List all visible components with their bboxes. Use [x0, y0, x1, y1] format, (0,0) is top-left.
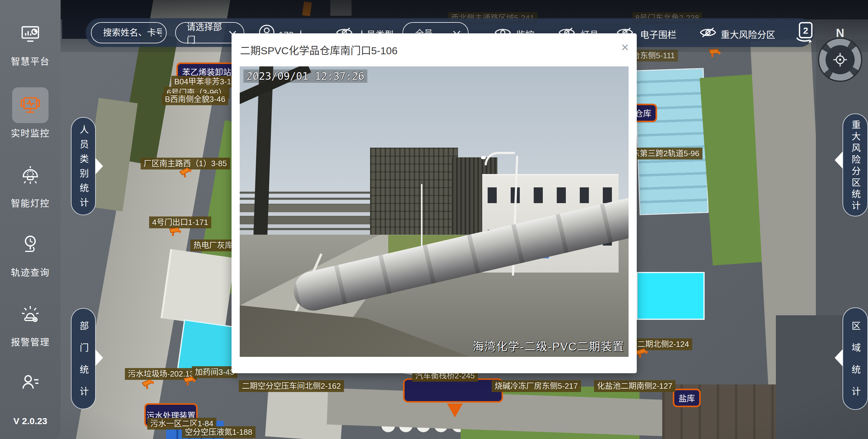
tab-expand-arrow-icon[interactable] — [95, 349, 103, 366]
sidebar-item-track-query[interactable] — [0, 234, 61, 257]
cctv-camera-icon[interactable] — [707, 47, 723, 60]
map-label[interactable]: B西南侧全貌3-46 — [162, 93, 228, 105]
toggle-risk-zone-label[interactable]: 重大风险分区 — [721, 27, 775, 40]
close-icon[interactable]: × — [621, 40, 629, 54]
compass-target-icon — [832, 51, 848, 68]
map-label[interactable]: 东第三跨2轨道5-96 — [629, 148, 703, 159]
alarm-icon — [20, 303, 41, 325]
dashboard-monitor-icon — [20, 24, 40, 43]
map-label[interactable]: 二期空分空压车间北侧2-162 — [239, 380, 344, 392]
cctv-camera-icon[interactable] — [635, 348, 649, 359]
sidebar: 智慧平台 实时监控 智能灯控 轨迹查询 — [0, 0, 61, 439]
sidebar-item-label[interactable]: 智能灯控 — [0, 196, 61, 209]
sidebar-item-realtime-monitor[interactable] — [12, 87, 49, 123]
cam-building-windows — [488, 187, 614, 203]
sidebar-item-smart-platform[interactable] — [0, 24, 61, 45]
sidebar-item-label[interactable]: 实时监控 — [0, 126, 61, 139]
search-input-wrap — [91, 22, 167, 43]
cctv-camera-icon[interactable] — [179, 166, 194, 180]
tab-area-stats[interactable]: 区域统计 — [842, 308, 868, 410]
modal-title: 二期SPVC化学品仓库南门口5-106 — [240, 42, 398, 57]
camera-timestamp: 2023/09/01 12:37:26 — [243, 69, 367, 83]
camera-modal: 二期SPVC化学品仓库南门口5-106 × 2023/09/01 12:37:2… — [231, 33, 637, 373]
smart-light-icon — [20, 165, 41, 187]
tab-expand-arrow-icon[interactable] — [95, 158, 103, 175]
realtime-monitor-icon — [20, 95, 41, 116]
map-label[interactable]: 4号门出口1-171 — [149, 216, 211, 228]
tab-major-risk-zone-stats[interactable]: 重大风险分区统计 — [842, 113, 868, 216]
search-input[interactable] — [92, 28, 166, 38]
compass-inner — [826, 45, 855, 74]
tab-expand-arrow-icon[interactable] — [835, 152, 842, 169]
map-label[interactable]: 化盐池二期南侧2-127 — [594, 380, 676, 392]
tab-expand-arrow-icon[interactable] — [835, 349, 842, 366]
sidebar-item-label[interactable]: 报警管理 — [0, 335, 61, 348]
track-query-icon — [20, 234, 41, 256]
map-label[interactable]: 热电厂灰库 — [190, 239, 236, 251]
camera-feed: 2023/09/01 12:37:26 海湾化学-二级-PVC二期装置 — [240, 66, 628, 357]
map-label[interactable]: B04甲苯非芳3-10 — [171, 76, 239, 88]
sidebar-item-label[interactable]: 智慧平台 — [0, 54, 61, 67]
compass[interactable] — [818, 37, 862, 82]
tab-department-stats[interactable]: 部门统计 — [71, 308, 96, 409]
sidebar-item-label[interactable]: 轨迹查询 — [0, 265, 61, 278]
department-select-value: 请选择部门 — [187, 20, 229, 46]
sidebar-item-alarm-management[interactable] — [0, 303, 61, 326]
cam-streetlight-arm — [485, 152, 515, 165]
cctv-camera-icon[interactable] — [167, 226, 183, 239]
svg-text:2: 2 — [803, 26, 808, 35]
map-label[interactable]: 加药间3-43 — [192, 366, 237, 378]
map-label[interactable]: 盐库 — [673, 389, 701, 407]
map-label[interactable]: 烧碱冷冻厂房东侧5-217 — [492, 380, 581, 392]
sidebar-item-personnel[interactable] — [0, 372, 61, 393]
camera-watermark: 海湾化学-二级-PVC二期装置 — [472, 338, 624, 354]
cctv-camera-icon[interactable] — [141, 378, 157, 391]
view-switch-2d-icon[interactable]: 2 — [795, 21, 813, 45]
person-list-icon — [20, 372, 41, 392]
cam-structure — [370, 148, 458, 236]
tab-personnel-category-stats[interactable]: 人员类别统计 — [71, 117, 96, 215]
cam-streetlight-lamp — [481, 156, 486, 159]
map-label[interactable]: 空分空压液氮1-188 — [182, 426, 255, 438]
app-version: V 2.0.23 — [0, 416, 61, 426]
cctv-camera-icon[interactable] — [182, 375, 197, 388]
sidebar-item-smart-light[interactable] — [0, 165, 61, 188]
eye-slash-icon[interactable] — [700, 27, 716, 38]
toggle-efence-label[interactable]: 电子围栏 — [640, 27, 677, 40]
